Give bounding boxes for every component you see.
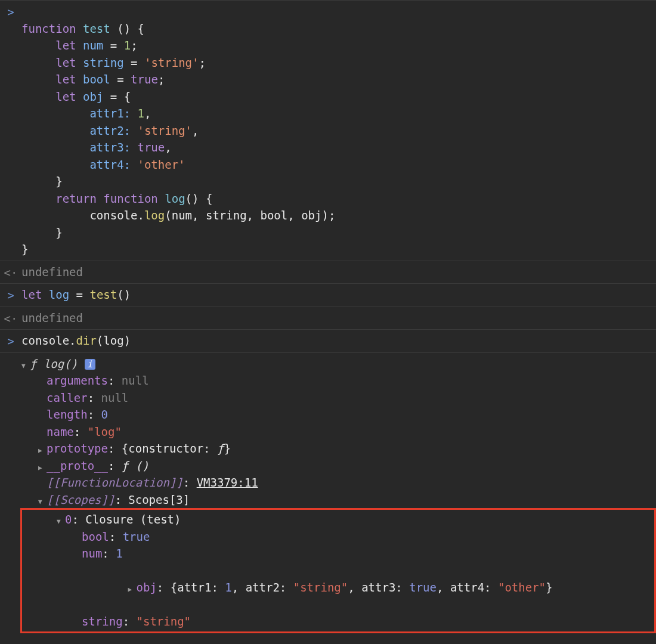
v: true xyxy=(409,581,437,594)
result-undefined: undefined xyxy=(21,309,656,327)
arg-log: log xyxy=(103,334,123,347)
parens: () xyxy=(135,459,149,472)
kw-let: let xyxy=(55,73,76,86)
brace: } xyxy=(546,581,552,594)
key: [[FunctionLocation]] xyxy=(47,476,183,489)
var-bool: bool xyxy=(83,73,110,86)
prop-caller[interactable]: caller: null xyxy=(21,389,656,407)
prop-arguments[interactable]: arguments: null xyxy=(21,372,656,389)
lparen: ( xyxy=(165,209,171,222)
val: true xyxy=(123,530,150,543)
expand-toggle-icon[interactable] xyxy=(38,457,47,475)
fn-signature: log() xyxy=(44,357,78,370)
comma: , xyxy=(192,124,199,137)
arg: bool xyxy=(260,209,287,222)
v: "other" xyxy=(498,581,546,594)
comma: , xyxy=(287,209,294,222)
kw-let: let xyxy=(21,288,42,301)
val: Scopes[3] xyxy=(128,493,190,506)
var-string: string xyxy=(83,56,124,69)
expand-toggle-icon[interactable] xyxy=(57,511,65,528)
input-chevron-icon: > xyxy=(0,332,21,350)
info-icon[interactable]: i xyxy=(85,359,95,370)
prop-name[interactable]: name: "log" xyxy=(21,423,656,441)
expand-toggle-icon[interactable] xyxy=(21,355,30,373)
lit-str: 'string' xyxy=(144,56,199,69)
semi: ; xyxy=(158,73,165,86)
key: prototype xyxy=(47,442,108,455)
input-chevron-icon: > xyxy=(0,286,21,304)
parens: () xyxy=(117,22,131,35)
kw-let: let xyxy=(55,39,76,52)
kw-let: let xyxy=(55,56,76,69)
semi: ; xyxy=(199,56,206,69)
comma: , xyxy=(232,581,246,594)
val: } xyxy=(224,442,230,455)
eq: = xyxy=(110,39,117,52)
expand-toggle-icon[interactable] xyxy=(128,579,137,596)
code-line[interactable]: let log = test() xyxy=(21,286,656,304)
dir-header[interactable]: ƒ log() i xyxy=(21,355,656,373)
brace-open: { xyxy=(206,192,212,205)
comma: , xyxy=(192,209,199,222)
key: string xyxy=(82,615,123,628)
output-return-icon: <· xyxy=(0,264,21,281)
prop-functionlocation[interactable]: [[FunctionLocation]]: VM3379:11 xyxy=(21,474,656,491)
key: __proto__ xyxy=(47,459,108,472)
scope-closure[interactable]: 0: Closure (test) xyxy=(23,511,654,528)
parens: () xyxy=(185,192,199,205)
expand-toggle-icon[interactable] xyxy=(38,440,47,457)
code-line[interactable]: console.dir(log) xyxy=(21,332,656,349)
val: 0 xyxy=(101,408,108,421)
arg: obj xyxy=(301,209,321,222)
dot: . xyxy=(69,334,76,347)
v: "string" xyxy=(293,581,348,594)
method-dir: dir xyxy=(76,334,97,347)
closure-string[interactable]: string: "string" xyxy=(23,613,654,630)
key: bool xyxy=(82,530,109,543)
brace-close: } xyxy=(55,175,62,188)
val: "string" xyxy=(137,615,191,628)
v: 1 xyxy=(225,581,231,594)
fn-name: log xyxy=(165,192,185,205)
prop: attr2: xyxy=(89,124,131,137)
label: Closure (test) xyxy=(85,513,181,526)
lit-str: 'other' xyxy=(137,158,185,171)
val: null xyxy=(122,374,149,387)
expand-toggle-icon[interactable] xyxy=(38,491,47,509)
highlight-box: 0: Closure (test) bool: true num: 1 obj:… xyxy=(20,508,656,633)
k: attr2 xyxy=(246,581,280,594)
brace-open: { xyxy=(138,22,144,35)
var-num: num xyxy=(83,39,103,52)
closure-obj[interactable]: obj: {attr1: 1, attr2: "string", attr3: … xyxy=(23,562,654,614)
brace-close: } xyxy=(55,226,62,239)
eq: = xyxy=(117,73,123,86)
kw-function: function xyxy=(103,192,158,205)
var-log: log xyxy=(49,288,69,301)
lit-num: 1 xyxy=(137,107,144,120)
key: caller xyxy=(47,391,88,404)
prop-scopes[interactable]: [[Scopes]]: Scopes[3] xyxy=(21,491,656,509)
method-log: log xyxy=(144,209,165,222)
eq: = xyxy=(131,56,137,69)
f-icon: ƒ xyxy=(30,357,36,370)
eq-brace: = { xyxy=(110,90,131,103)
closure-bool[interactable]: bool: true xyxy=(23,528,654,546)
scope-script[interactable]: 1: Script {log: ƒ} xyxy=(21,633,656,645)
console-input-row: > console.dir(log) xyxy=(0,329,656,352)
source-link[interactable]: VM3379:11 xyxy=(197,476,258,489)
prop-proto[interactable]: __proto__: ƒ () xyxy=(21,457,656,475)
dot: . xyxy=(137,209,144,222)
closure-num[interactable]: num: 1 xyxy=(23,545,654,562)
f-icon: ƒ xyxy=(217,442,224,455)
code-block[interactable]: function test () { let num = 1; let stri… xyxy=(21,3,656,258)
prop-prototype[interactable]: prototype: {constructor: ƒ} xyxy=(21,440,656,457)
console-input-row: > function test () { let num = 1; let st… xyxy=(0,0,656,261)
comma: , xyxy=(348,581,361,594)
k: attr3 xyxy=(361,581,395,594)
prop-length[interactable]: length: 0 xyxy=(21,406,656,423)
lit-num: 1 xyxy=(124,39,131,52)
arg: num xyxy=(172,209,192,222)
kw-function: function xyxy=(21,22,76,35)
k: attr4 xyxy=(450,581,484,594)
